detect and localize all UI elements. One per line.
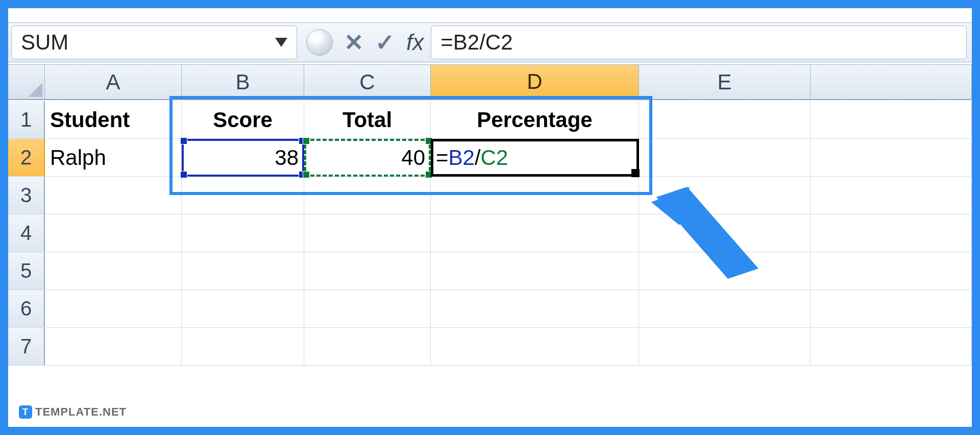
excel-canvas: SUM ✕ ✓ fx =B2/C2 A B C D E 1 Student Sc… bbox=[0, 0, 980, 435]
cell-C2[interactable]: 40 bbox=[304, 139, 431, 176]
cell-B7[interactable] bbox=[182, 328, 304, 365]
grid-row-2: 2 Ralph 38 40 =B2/C2 bbox=[8, 139, 972, 177]
cell-C6[interactable] bbox=[304, 290, 431, 327]
cell-A4[interactable] bbox=[45, 214, 182, 252]
column-header-C[interactable]: C bbox=[304, 65, 431, 99]
grid-row-4: 4 bbox=[8, 214, 972, 252]
cell-B1[interactable]: Score bbox=[182, 101, 304, 138]
grid-row-7: 7 bbox=[8, 328, 972, 366]
name-box[interactable]: SUM bbox=[11, 26, 297, 59]
cell-C7[interactable] bbox=[304, 328, 431, 365]
cancel-icon[interactable]: ✕ bbox=[344, 29, 364, 56]
cell-C1-text: Total bbox=[342, 108, 392, 132]
cell-E5[interactable] bbox=[639, 252, 811, 289]
column-header-F[interactable] bbox=[811, 65, 972, 99]
cell-D5[interactable] bbox=[431, 252, 639, 289]
row-header-5[interactable]: 5 bbox=[8, 252, 45, 289]
cell-D2-c2: C2 bbox=[481, 146, 508, 170]
cell-D2-b2: B2 bbox=[449, 146, 475, 170]
cell-A7[interactable] bbox=[45, 328, 182, 365]
cell-D7[interactable] bbox=[431, 328, 639, 365]
cell-D4[interactable] bbox=[431, 214, 639, 252]
cell-F7[interactable] bbox=[811, 328, 972, 365]
cell-A2-text: Ralph bbox=[50, 146, 106, 170]
cell-E1[interactable] bbox=[639, 101, 811, 138]
cell-F5[interactable] bbox=[811, 252, 972, 289]
cell-C4[interactable] bbox=[304, 214, 431, 252]
cell-F4[interactable] bbox=[811, 214, 972, 252]
column-header-E[interactable]: E bbox=[639, 65, 811, 99]
cell-F6[interactable] bbox=[811, 290, 972, 327]
name-box-value: SUM bbox=[21, 30, 68, 55]
watermark-text: TEMPLATE.NET bbox=[35, 405, 127, 419]
cell-D1[interactable]: Percentage bbox=[431, 101, 639, 138]
cell-E6[interactable] bbox=[639, 290, 811, 327]
cell-C2-text: 40 bbox=[401, 146, 425, 170]
cell-E7[interactable] bbox=[639, 328, 811, 365]
cell-A1[interactable]: Student bbox=[45, 101, 182, 138]
cell-B1-text: Score bbox=[213, 108, 273, 132]
select-all-icon bbox=[28, 83, 42, 97]
watermark: T TEMPLATE.NET bbox=[19, 405, 127, 419]
cell-F2[interactable] bbox=[811, 139, 972, 176]
cell-A5[interactable] bbox=[45, 252, 182, 289]
cell-C3[interactable] bbox=[304, 177, 431, 214]
select-all-corner[interactable] bbox=[8, 65, 45, 99]
column-header-D[interactable]: D bbox=[431, 65, 639, 99]
column-headers: A B C D E bbox=[8, 64, 972, 100]
formula-bar-buttons: ✕ ✓ fx bbox=[306, 29, 424, 56]
formula-input[interactable]: =B2/C2 bbox=[431, 26, 967, 59]
cell-D1-text: Percentage bbox=[477, 108, 592, 132]
cell-B2[interactable]: 38 bbox=[182, 139, 304, 176]
row-header-3[interactable]: 3 bbox=[8, 177, 45, 214]
cell-B2-text: 38 bbox=[275, 146, 299, 170]
row-header-4[interactable]: 4 bbox=[8, 214, 45, 252]
cell-D2-slash: / bbox=[475, 146, 481, 170]
cell-A1-text: Student bbox=[50, 108, 130, 132]
grid-row-5: 5 bbox=[8, 252, 972, 290]
cell-F3[interactable] bbox=[811, 177, 972, 214]
row-header-1[interactable]: 1 bbox=[8, 101, 45, 138]
row-header-2[interactable]: 2 bbox=[8, 139, 45, 176]
watermark-badge: T bbox=[19, 405, 32, 419]
grid-row-6: 6 bbox=[8, 290, 972, 328]
enter-icon[interactable]: ✓ bbox=[375, 29, 395, 56]
cell-E3[interactable] bbox=[639, 177, 811, 214]
fx-icon[interactable]: fx bbox=[406, 30, 424, 55]
cell-B5[interactable] bbox=[182, 252, 304, 289]
row-header-7[interactable]: 7 bbox=[8, 328, 45, 365]
cell-D2-eq: = bbox=[436, 146, 449, 170]
cell-E4[interactable] bbox=[639, 214, 811, 252]
cell-B3[interactable] bbox=[182, 177, 304, 214]
formula-text: =B2/C2 bbox=[440, 30, 512, 55]
grid-row-1: 1 Student Score Total Percentage bbox=[8, 101, 972, 139]
cell-A6[interactable] bbox=[45, 290, 182, 327]
cell-B6[interactable] bbox=[182, 290, 304, 327]
cell-D6[interactable] bbox=[431, 290, 639, 327]
refresh-button[interactable] bbox=[306, 29, 333, 56]
cell-D2[interactable]: =B2/C2 bbox=[431, 139, 639, 176]
column-header-B[interactable]: B bbox=[182, 65, 304, 99]
spreadsheet-grid: 1 Student Score Total Percentage 2 Ralph… bbox=[8, 101, 972, 427]
cell-C1[interactable]: Total bbox=[304, 101, 431, 138]
grid-row-3: 3 bbox=[8, 177, 972, 214]
cell-E2[interactable] bbox=[639, 139, 811, 176]
chevron-down-icon[interactable] bbox=[275, 38, 287, 47]
column-header-A[interactable]: A bbox=[45, 65, 182, 99]
row-header-6[interactable]: 6 bbox=[8, 290, 45, 327]
cell-C5[interactable] bbox=[304, 252, 431, 289]
cell-A2[interactable]: Ralph bbox=[45, 139, 182, 176]
cell-A3[interactable] bbox=[45, 177, 182, 214]
cell-F1[interactable] bbox=[811, 101, 972, 138]
cell-B4[interactable] bbox=[182, 214, 304, 252]
cell-D3[interactable] bbox=[431, 177, 639, 214]
formula-bar: SUM ✕ ✓ fx =B2/C2 bbox=[8, 22, 972, 62]
